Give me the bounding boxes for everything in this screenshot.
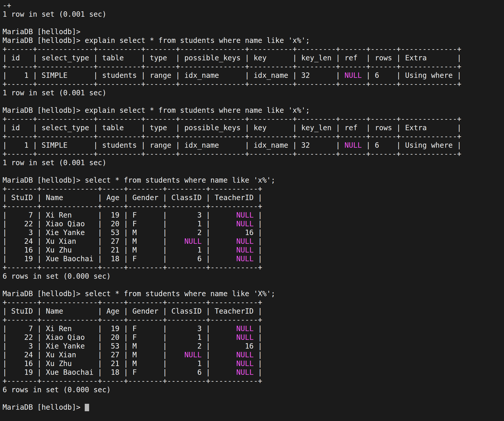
terminal-text: MariaDB [hellodb]> explain select * from… xyxy=(3,106,310,115)
terminal-line: | 22 | Xiao Qiao | 20 | F | 1 | NULL | xyxy=(3,333,504,342)
terminal-output: -+1 row in set (0.001 sec) MariaDB [hell… xyxy=(3,1,504,412)
terminal-text: | 19 | Xue Baochai | 18 | F | 6 | xyxy=(3,255,236,263)
terminal-line: 6 rows in set (0.000 sec) xyxy=(3,272,504,281)
terminal-text: -+ xyxy=(3,1,11,10)
terminal-text: | 3 | Xie Yanke | 53 | M | 2 | 16 | xyxy=(3,228,262,237)
terminal-text: +------+-------------+----------+-------… xyxy=(3,132,461,141)
terminal-line: | 19 | Xue Baochai | 18 | F | 6 | NULL | xyxy=(3,255,504,263)
terminal-line: +-------+-------------+-----+--------+--… xyxy=(3,377,504,386)
terminal-text: | 19 | Xue Baochai | 18 | F | 6 | xyxy=(3,368,236,377)
terminal-text: | 16 | Xu Zhu | 21 | M | 1 | xyxy=(3,246,236,254)
terminal-line: | 16 | Xu Zhu | 21 | M | 1 | NULL | xyxy=(3,246,504,255)
terminal-text: 6 rows in set (0.000 sec) xyxy=(3,272,111,280)
terminal-text: MariaDB [hellodb]> select * from student… xyxy=(3,289,275,298)
terminal-line: | 16 | Xu Zhu | 21 | M | 1 | NULL | xyxy=(3,359,504,368)
terminal-text: | StuID | Name | Age | Gender | ClassID … xyxy=(3,193,262,202)
terminal-line: +------+-------------+----------+-------… xyxy=(3,150,504,158)
terminal-text: MariaDB [hellodb]> explain select * from… xyxy=(3,36,310,45)
terminal-text: 1 row in set (0.001 sec) xyxy=(3,10,107,18)
null-value: NULL xyxy=(184,237,202,246)
terminal-text: | 7 | Xi Ren | 19 | F | 3 | xyxy=(3,211,236,219)
terminal-line xyxy=(3,97,504,106)
terminal-window[interactable]: -+1 row in set (0.001 sec) MariaDB [hell… xyxy=(0,0,504,421)
terminal-line xyxy=(3,281,504,289)
null-value: NULL xyxy=(236,255,253,263)
terminal-text: 6 rows in set (0.000 sec) xyxy=(3,386,111,394)
terminal-line: +------+-------------+----------+-------… xyxy=(3,80,504,89)
terminal-text: | 6 | Using where | xyxy=(362,71,461,80)
null-value: NULL xyxy=(236,324,253,333)
null-value: NULL xyxy=(184,351,202,359)
terminal-line: +-------+-------------+-----+--------+--… xyxy=(3,202,504,211)
terminal-line: | 24 | Xu Xian | 27 | M | NULL | NULL | xyxy=(3,351,504,359)
terminal-text: | 6 | Using where | xyxy=(362,141,461,149)
terminal-line: | 24 | Xu Xian | 27 | M | NULL | NULL | xyxy=(3,237,504,246)
terminal-line: MariaDB [hellodb]> select * from student… xyxy=(3,176,504,185)
terminal-text: +-------+-------------+-----+--------+--… xyxy=(3,202,262,211)
terminal-line: 6 rows in set (0.000 sec) xyxy=(3,386,504,394)
terminal-line: MariaDB [hellodb]> xyxy=(3,27,504,36)
terminal-line: +------+-------------+----------+-------… xyxy=(3,62,504,71)
null-value: NULL xyxy=(345,141,362,149)
terminal-line: | 22 | Xiao Qiao | 20 | F | 1 | NULL | xyxy=(3,220,504,228)
null-value: NULL xyxy=(236,220,253,228)
terminal-text: +------+-------------+----------+-------… xyxy=(3,115,461,123)
terminal-text: | 24 | Xu Xian | 27 | M | xyxy=(3,237,184,246)
terminal-line: | 19 | Xue Baochai | 18 | F | 6 | NULL | xyxy=(3,368,504,377)
terminal-text: | xyxy=(254,255,262,263)
terminal-line: MariaDB [hellodb]> explain select * from… xyxy=(3,36,504,45)
terminal-line: | 3 | Xie Yanke | 53 | M | 2 | 16 | xyxy=(3,228,504,237)
terminal-line: +-------+-------------+-----+--------+--… xyxy=(3,316,504,324)
terminal-line: +-------+-------------+-----+--------+--… xyxy=(3,263,504,272)
terminal-line: | 1 | SIMPLE | students | range | idx_na… xyxy=(3,71,504,80)
terminal-text: | 24 | Xu Xian | 27 | M | xyxy=(3,351,184,359)
null-value: NULL xyxy=(236,359,253,368)
terminal-line xyxy=(3,167,504,176)
terminal-line: 1 row in set (0.001 sec) xyxy=(3,158,504,167)
terminal-text: | xyxy=(254,368,262,377)
null-value: NULL xyxy=(236,333,253,342)
terminal-text: | xyxy=(202,237,236,246)
terminal-line: | id | select_type | table | type | poss… xyxy=(3,54,504,62)
terminal-text: | id | select_type | table | type | poss… xyxy=(3,54,461,62)
terminal-text: | StuID | Name | Age | Gender | ClassID … xyxy=(3,307,262,315)
terminal-text: +-------+-------------+-----+--------+--… xyxy=(3,185,262,193)
terminal-line: 1 row in set (0.001 sec) xyxy=(3,10,504,19)
terminal-line: -+ xyxy=(3,1,504,10)
terminal-line: MariaDB [hellodb]> xyxy=(3,403,504,412)
terminal-text: MariaDB [hellodb]> xyxy=(3,27,80,36)
terminal-text: +------+-------------+----------+-------… xyxy=(3,150,461,158)
terminal-text: | xyxy=(254,246,262,254)
terminal-text: | xyxy=(202,351,236,359)
terminal-line: +------+-------------+----------+-------… xyxy=(3,45,504,54)
terminal-cursor[interactable] xyxy=(85,404,89,411)
terminal-text: | xyxy=(254,324,262,333)
terminal-text: MariaDB [hellodb]> select * from student… xyxy=(3,176,275,184)
terminal-line: 1 row in set (0.001 sec) xyxy=(3,89,504,97)
terminal-text: 1 row in set (0.001 sec) xyxy=(3,89,107,97)
terminal-text: | 1 | SIMPLE | students | range | idx_na… xyxy=(3,141,345,149)
terminal-text: +------+-------------+----------+-------… xyxy=(3,80,461,88)
terminal-text: | xyxy=(254,351,262,359)
terminal-text: | 16 | Xu Zhu | 21 | M | 1 | xyxy=(3,359,236,368)
terminal-line: | StuID | Name | Age | Gender | ClassID … xyxy=(3,193,504,202)
terminal-text: | 7 | Xi Ren | 19 | F | 3 | xyxy=(3,324,236,333)
null-value: NULL xyxy=(236,211,253,219)
terminal-text: | xyxy=(254,211,262,219)
terminal-text: +-------+-------------+-----+--------+--… xyxy=(3,263,262,272)
null-value: NULL xyxy=(345,71,362,80)
terminal-text: 1 row in set (0.001 sec) xyxy=(3,158,107,167)
terminal-line: +------+-------------+----------+-------… xyxy=(3,115,504,124)
terminal-line xyxy=(3,394,504,403)
terminal-line: | 7 | Xi Ren | 19 | F | 3 | NULL | xyxy=(3,211,504,220)
terminal-text: | 22 | Xiao Qiao | 20 | F | 1 | xyxy=(3,220,236,228)
terminal-text: +-------+-------------+-----+--------+--… xyxy=(3,377,262,385)
terminal-text: | xyxy=(254,237,262,246)
terminal-text: +-------+-------------+-----+--------+--… xyxy=(3,316,262,324)
terminal-text: +------+-------------+----------+-------… xyxy=(3,45,461,53)
terminal-text: | xyxy=(254,359,262,368)
terminal-text: | xyxy=(254,220,262,228)
terminal-line: MariaDB [hellodb]> explain select * from… xyxy=(3,106,504,115)
terminal-text: | 3 | Xie Yanke | 53 | M | 2 | 16 | xyxy=(3,342,262,350)
terminal-line: | 3 | Xie Yanke | 53 | M | 2 | 16 | xyxy=(3,342,504,351)
